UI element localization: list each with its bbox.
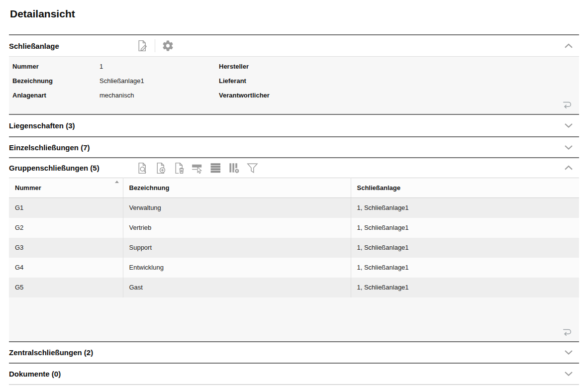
column-label: Schließanlage [357,184,400,192]
section-einzelschliessungen: Einzelschließungen (7) [9,136,579,157]
cell-nummer: G3 [9,238,123,258]
section-schliessanlage: Schließanlage [9,34,579,114]
section-header-einzelschliessungen[interactable]: Einzelschließungen (7) [9,137,579,157]
column-header-schliessanlage[interactable]: Schließanlage [351,178,579,198]
gear-icon [161,39,175,53]
expand-button[interactable] [562,143,575,152]
field-label-nummer: Nummer [12,63,99,70]
document-search-icon [135,161,149,175]
cell-bezeichnung: Gast [123,278,351,297]
column-settings-button[interactable] [227,161,241,175]
section-header-zentralschliessungen[interactable]: Zentralschließungen (2) [9,342,579,363]
section-title: Liegenschaften (3) [9,121,135,130]
cell-bezeichnung: Verwaltung [123,198,351,218]
field-label-bezeichnung: Bezeichnung [12,77,99,85]
edit-icon [135,39,149,53]
table-row[interactable]: G2 Vertrieb 1, Schließanlage1 [9,218,579,238]
field-label-anlagenart: Anlagenart [12,92,99,99]
column-header-nummer[interactable]: Nummer [9,178,123,198]
document-add-icon [154,161,167,175]
section-header-schliessanlage[interactable]: Schließanlage [9,35,579,56]
schliessanlage-toolbar [135,39,175,53]
chevron-down-icon [564,123,573,128]
chevron-up-icon [564,43,573,49]
cell-nummer: G5 [9,278,123,297]
cell-bezeichnung: Entwicklung [123,258,351,278]
gruppenschliessungen-panel: Nummer Bezeichnung Schließanlage G1 [9,178,579,341]
rows-button[interactable] [209,161,222,175]
expand-button[interactable] [562,121,575,130]
cell-schliessanlage: 1, Schließanlage1 [351,218,579,238]
filter-icon [246,161,259,175]
sort-ascending-icon [115,181,119,183]
column-label: Bezeichnung [129,184,170,192]
schliessanlage-panel: Nummer1 BezeichnungSchließanlage1 Anlage… [9,56,579,114]
gruppenschliessungen-table: Nummer Bezeichnung Schließanlage G1 [9,178,579,297]
table-row[interactable]: G1 Verwaltung 1, Schließanlage1 [9,198,579,218]
return-icon [561,326,574,338]
field-grid: Nummer1 BezeichnungSchließanlage1 Anlage… [9,57,579,105]
section-title: Schließanlage [9,42,135,50]
collapse-button[interactable] [562,164,575,173]
bottom-divider [9,384,579,385]
cell-schliessanlage: 1, Schließanlage1 [351,258,579,278]
table-row[interactable]: G3 Support 1, Schließanlage1 [9,238,579,258]
column-label: Nummer [15,184,41,192]
toolbar-divider [155,39,155,52]
add-record-button[interactable] [154,161,167,175]
section-title: Zentralschließungen (2) [9,348,135,357]
return-icon [561,98,574,110]
table-row[interactable]: G5 Gast 1, Schließanlage1 [9,278,579,297]
section-header-dokumente[interactable]: Dokumente (0) [9,364,579,384]
expand-button[interactable] [562,348,575,357]
column-header-bezeichnung[interactable]: Bezeichnung [123,178,351,198]
cell-bezeichnung: Vertrieb [123,218,351,238]
cell-nummer: G2 [9,218,123,238]
section-zentralschliessungen: Zentralschließungen (2) [9,341,579,363]
chevron-up-icon [564,165,573,171]
back-button[interactable] [560,98,574,110]
section-liegenschaften: Liegenschaften (3) [9,114,579,136]
field-label-hersteller: Hersteller [219,63,306,70]
cell-schliessanlage: 1, Schließanlage1 [351,198,579,218]
section-title: Gruppenschließungen (5) [9,164,135,172]
select-record-icon [191,161,204,175]
page-title: Detailansicht [9,0,579,34]
collapse-button[interactable] [562,41,575,50]
section-header-gruppenschliessungen[interactable]: Gruppenschließungen (5) [9,158,579,178]
cell-nummer: G1 [9,198,123,218]
detail-view: Detailansicht Schließanlage [9,0,579,385]
table-header-row: Nummer Bezeichnung Schließanlage [9,178,579,198]
cell-schliessanlage: 1, Schließanlage1 [351,278,579,297]
rows-icon [209,161,222,175]
document-delete-icon [172,161,186,175]
cell-bezeichnung: Support [123,238,351,258]
select-record-button[interactable] [191,161,204,175]
cell-schliessanlage: 1, Schließanlage1 [351,238,579,258]
field-value-bezeichnung: Schließanlage1 [99,77,144,85]
edit-button[interactable] [135,39,149,53]
section-gruppenschliessungen: Gruppenschließungen (5) [9,157,579,341]
field-value-nummer: 1 [99,63,103,70]
delete-record-button[interactable] [172,161,186,175]
gruppenschliessungen-toolbar [135,161,259,175]
chevron-down-icon [564,145,573,150]
field-value-anlagenart: mechanisch [99,92,134,99]
chevron-down-icon [564,371,573,377]
expand-button[interactable] [562,370,575,379]
section-title: Einzelschließungen (7) [9,143,135,152]
field-label-lieferant: Lieferant [219,77,306,85]
filter-button[interactable] [246,161,259,175]
settings-button[interactable] [161,39,175,53]
section-header-liegenschaften[interactable]: Liegenschaften (3) [9,115,579,136]
view-record-button[interactable] [135,161,149,175]
column-settings-icon [227,161,241,175]
section-title: Dokumente (0) [9,370,135,378]
field-label-verantwortlicher: Verantwortlicher [219,92,306,99]
back-button[interactable] [560,326,574,338]
table-row[interactable]: G4 Entwicklung 1, Schließanlage1 [9,258,579,278]
chevron-down-icon [564,350,573,355]
section-dokumente: Dokumente (0) [9,363,579,384]
cell-nummer: G4 [9,258,123,278]
